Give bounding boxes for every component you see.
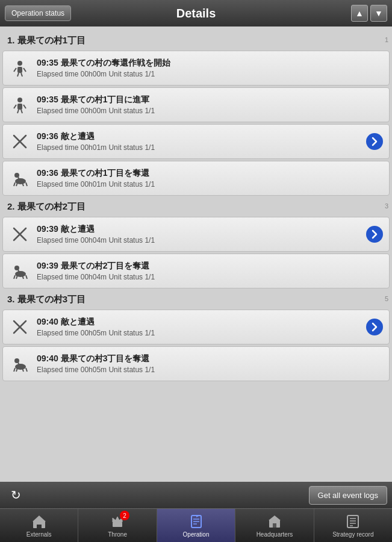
section-section1b: 209:36 敵と遭遇Elapsed time 00h01m Unit stat… — [2, 124, 390, 196]
event-detail-arrow-e7[interactable] — [366, 319, 383, 335]
tab-headquarters[interactable]: Headquarters — [235, 509, 314, 542]
event-text-e1: 09:35 最果ての村の奪還作戦を開始Elapsed time 00h00m U… — [37, 58, 383, 78]
page-title: Details — [176, 7, 216, 20]
svg-point-6 — [17, 98, 22, 102]
line-num-section1: 1 — [385, 36, 388, 43]
line-num-section2: 3 — [385, 202, 388, 210]
event-sub-e2: Elapsed time 00h00m Unit status 1/1 — [37, 107, 383, 115]
tab-icon-throne: 2 — [109, 513, 126, 530]
svg-point-34 — [19, 326, 21, 328]
event-icon-e5 — [9, 223, 31, 245]
tab-label-headquarters: Headquarters — [257, 531, 293, 538]
section-section2b: 409:39 敵と遭遇Elapsed time 00h04m Unit stat… — [2, 217, 390, 288]
svg-line-8 — [14, 105, 16, 108]
svg-point-0 — [17, 61, 22, 66]
tab-icon-headquarters — [266, 513, 283, 530]
event-icon-e6 — [9, 260, 31, 282]
event-icon-e8 — [9, 353, 31, 375]
nav-arrows: ▲ ▼ — [351, 5, 387, 22]
svg-line-38 — [14, 368, 15, 372]
event-text-e7: 09:40 敵と遭遇Elapsed time 00h05m Unit statu… — [37, 317, 366, 337]
event-icon-e2 — [9, 94, 31, 116]
svg-line-9 — [23, 105, 26, 108]
event-sub-e4: Elapsed time 00h01m Unit status 1/1 — [37, 180, 383, 188]
event-title-e2: 09:35 最果ての村1丁目に進軍 — [37, 95, 383, 105]
svg-line-5 — [21, 73, 22, 76]
svg-line-2 — [14, 68, 16, 72]
tab-icon-externals — [31, 513, 48, 530]
event-title-e3: 09:36 敵と遭遇 — [37, 131, 366, 142]
svg-point-14 — [19, 140, 21, 143]
tab-label-strategy: Strategy record — [332, 531, 373, 538]
svg-line-28 — [14, 275, 15, 279]
svg-rect-44 — [37, 525, 39, 528]
event-item-e8: 09:40 最果ての村3丁目を奪還Elapsed time 00h05m Uni… — [2, 346, 390, 381]
svg-line-18 — [14, 182, 15, 186]
event-title-e4: 09:36 最果ての村1丁目を奪還 — [37, 168, 383, 179]
event-text-e8: 09:40 最果ての村3丁目を奪還Elapsed time 00h05m Uni… — [37, 354, 383, 374]
event-item-e6: 09:39 最果ての村2丁目を奪還Elapsed time 00h04m Uni… — [2, 254, 390, 288]
event-title-e7: 09:40 敵と遭遇 — [37, 317, 366, 328]
svg-line-4 — [17, 73, 19, 76]
event-sub-e8: Elapsed time 00h05m Unit status 1/1 — [37, 366, 383, 374]
svg-line-10 — [17, 110, 19, 113]
svg-point-24 — [19, 233, 21, 235]
event-item-e1: 09:35 最果ての村の奪還作戦を開始Elapsed time 00h00m U… — [2, 51, 390, 86]
event-text-e6: 09:39 最果ての村2丁目を奪還Elapsed time 00h04m Uni… — [37, 261, 383, 281]
tabbar: Externals2ThroneOperationHeadquartersStr… — [0, 508, 392, 542]
tab-operation[interactable]: Operation — [157, 509, 235, 542]
event-sub-e6: Elapsed time 00h04m Unit status 1/1 — [37, 273, 383, 281]
event-icon-e7 — [9, 316, 31, 338]
svg-rect-54 — [273, 523, 276, 528]
svg-marker-53 — [269, 516, 281, 520]
event-detail-arrow-e3[interactable] — [366, 133, 383, 150]
svg-marker-43 — [33, 516, 46, 522]
arrow-up-button[interactable]: ▲ — [351, 5, 368, 22]
event-detail-arrow-e5[interactable] — [366, 226, 383, 243]
svg-rect-7 — [17, 104, 22, 110]
section-header-section2: 2. 最果ての村2丁目 — [2, 198, 390, 215]
line-num-section3: 5 — [385, 295, 388, 302]
get-logs-button[interactable]: Get all event logs — [309, 486, 387, 505]
tab-externals[interactable]: Externals — [0, 509, 78, 542]
svg-rect-1 — [17, 67, 22, 73]
tab-throne[interactable]: 2Throne — [78, 509, 157, 542]
section-section3: 3. 最果ての村3丁目509:40 敵と遭遇Elapsed time 00h05… — [2, 290, 390, 381]
tab-badge-throne: 2 — [120, 511, 129, 520]
section-section2: 2. 最果ての村2丁目3 — [2, 198, 390, 215]
event-icon-e4 — [9, 167, 31, 189]
event-icon-e3 — [9, 131, 31, 152]
svg-line-11 — [21, 110, 22, 113]
event-text-e4: 09:36 最果ての村1丁目を奪還Elapsed time 00h01m Uni… — [37, 168, 383, 188]
event-title-e6: 09:39 最果ての村2丁目を奪還 — [37, 261, 383, 272]
svg-rect-45 — [39, 525, 42, 528]
svg-line-39 — [26, 368, 27, 372]
event-title-e5: 09:39 敵と遭遇 — [37, 224, 366, 235]
event-sub-e3: Elapsed time 00h01m Unit status 1/1 — [37, 143, 366, 152]
op-status-button[interactable]: Operation status — [5, 5, 71, 21]
svg-line-3 — [23, 68, 26, 72]
section-section1: 1. 最果ての村1丁目109:35 最果ての村の奪還作戦を開始Elapsed t… — [2, 31, 390, 122]
section-header-section1: 1. 最果ての村1丁目 — [2, 31, 390, 49]
event-text-e5: 09:39 敵と遭遇Elapsed time 00h04m Unit statu… — [37, 224, 366, 245]
tab-label-operation: Operation — [183, 531, 210, 538]
event-sub-e1: Elapsed time 00h00m Unit status 1/1 — [37, 70, 383, 78]
refresh-button[interactable]: ↻ — [5, 484, 26, 506]
event-text-e3: 09:36 敵と遭遇Elapsed time 00h01m Unit statu… — [37, 131, 366, 152]
event-item-e5: 09:39 敵と遭遇Elapsed time 00h04m Unit statu… — [2, 217, 390, 252]
event-title-e8: 09:40 最果ての村3丁目を奪還 — [37, 354, 383, 364]
event-item-e7: 09:40 敵と遭遇Elapsed time 00h05m Unit statu… — [2, 310, 390, 344]
arrow-down-button[interactable]: ▼ — [370, 5, 387, 22]
svg-line-29 — [26, 275, 27, 279]
event-item-e4: 09:36 最果ての村1丁目を奪還Elapsed time 00h01m Uni… — [2, 161, 390, 196]
event-sub-e5: Elapsed time 00h04m Unit status 1/1 — [37, 236, 366, 245]
tab-icon-operation — [188, 513, 205, 530]
tab-icon-strategy — [344, 513, 361, 530]
event-icon-e1 — [9, 57, 31, 79]
event-item-e3: 09:36 敵と遭遇Elapsed time 00h01m Unit statu… — [2, 124, 390, 159]
tab-strategy[interactable]: Strategy record — [314, 509, 392, 542]
event-text-e2: 09:35 最果ての村1丁目に進軍Elapsed time 00h00m Uni… — [37, 95, 383, 115]
bottom-bar: ↻ Get all event logs — [0, 482, 392, 508]
event-sub-e7: Elapsed time 00h05m Unit status 1/1 — [37, 329, 366, 337]
section-header-section3: 3. 最果ての村3丁目 — [2, 290, 390, 308]
